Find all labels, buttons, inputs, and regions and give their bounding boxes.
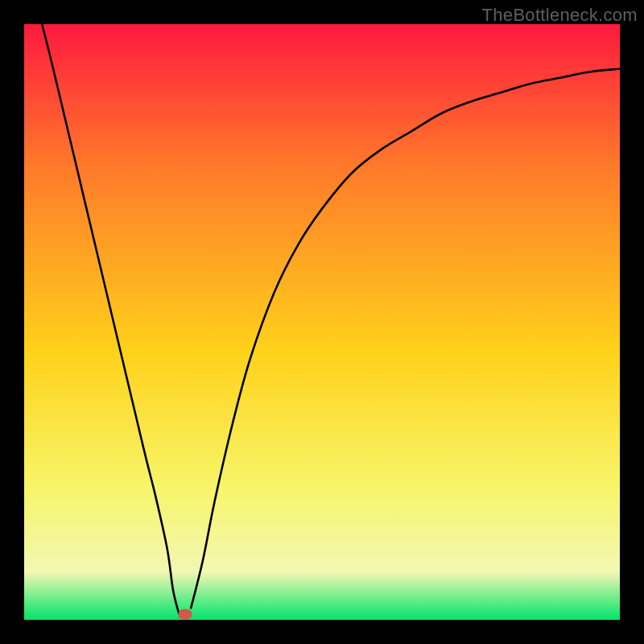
- plot-area: [24, 24, 620, 620]
- chart-frame: TheBottleneck.com: [0, 0, 644, 644]
- optimum-marker: [178, 609, 192, 619]
- watermark-text: TheBottleneck.com: [482, 5, 638, 26]
- bottleneck-curve: [24, 24, 620, 620]
